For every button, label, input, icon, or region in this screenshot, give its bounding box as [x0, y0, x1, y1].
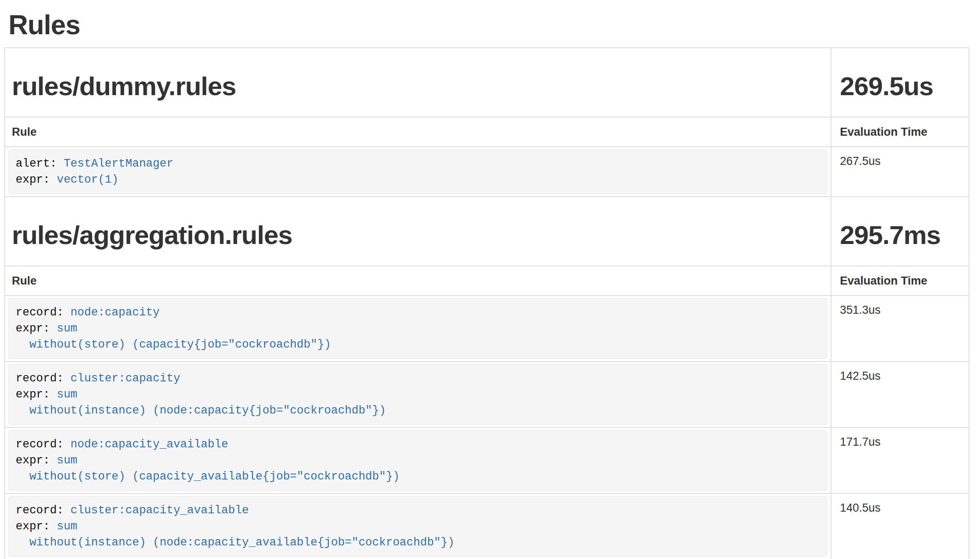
- rule-cell: record:cluster:capacity expr:sum without…: [5, 362, 831, 427]
- rule-expr-link[interactable]: sum without(store) (capacity{job="cockro…: [16, 322, 331, 351]
- rule-cell: alert:TestAlertManager expr:vector(1): [5, 147, 831, 197]
- rule-definition: alert:TestAlertManager expr:vector(1): [8, 149, 827, 194]
- evaluation-time-value: 267.5us: [831, 147, 969, 197]
- rule-definition: record:cluster:capacity_available expr:s…: [8, 496, 827, 557]
- rule-group-file-cell: rules/dummy.rules: [5, 48, 831, 117]
- rules-table: rules/dummy.rules 269.5us Rule Evaluatio…: [4, 47, 969, 559]
- columns-header-row: Rule Evaluation Time: [5, 117, 969, 147]
- column-header-evaluation-time: Evaluation Time: [831, 117, 969, 147]
- expr-keyword-label: expr:: [16, 388, 50, 401]
- rule-group-total-time-cell: 295.7ms: [831, 197, 969, 266]
- column-header-rule: Rule: [5, 266, 831, 296]
- rule-row: record:cluster:capacity expr:sum without…: [5, 362, 969, 427]
- rule-keyword-label: record:: [16, 372, 63, 385]
- rule-group-total-time-cell: 269.5us: [831, 48, 969, 117]
- rule-expr-link[interactable]: sum without(instance) (node:capacity{job…: [16, 388, 386, 417]
- rule-keyword-label: record:: [16, 306, 63, 319]
- rule-row: record:cluster:capacity_available expr:s…: [5, 493, 969, 559]
- evaluation-time-value: 171.7us: [831, 427, 969, 493]
- rule-group-file: rules/dummy.rules: [12, 72, 824, 101]
- rule-definition: record:cluster:capacity expr:sum without…: [8, 364, 827, 425]
- rule-expr-link[interactable]: vector(1): [57, 173, 118, 186]
- column-header-rule: Rule: [5, 117, 831, 147]
- rule-group-header-row: rules/aggregation.rules 295.7ms: [5, 197, 969, 266]
- rule-row: alert:TestAlertManager expr:vector(1) 26…: [5, 147, 969, 197]
- rule-expr-link[interactable]: sum without(instance) (node:capacity_ava…: [16, 520, 454, 549]
- rule-row: record:node:capacity expr:sum without(st…: [5, 296, 969, 362]
- evaluation-time-value: 142.5us: [831, 362, 969, 427]
- rule-name-link[interactable]: cluster:capacity_available: [71, 504, 249, 517]
- rule-expr-link[interactable]: sum without(store) (capacity_available{j…: [16, 454, 399, 483]
- rule-definition: record:node:capacity expr:sum without(st…: [8, 298, 827, 359]
- columns-header-row: Rule Evaluation Time: [5, 266, 969, 296]
- rule-row: record:node:capacity_available expr:sum …: [5, 427, 969, 493]
- evaluation-time-value: 351.3us: [831, 296, 969, 362]
- rule-keyword-label: alert:: [16, 157, 57, 170]
- rule-definition: record:node:capacity_available expr:sum …: [8, 430, 827, 491]
- rule-group-file: rules/aggregation.rules: [12, 221, 824, 249]
- expr-keyword-label: expr:: [16, 520, 50, 533]
- rule-cell: record:node:capacity expr:sum without(st…: [5, 296, 831, 362]
- rule-cell: record:node:capacity_available expr:sum …: [5, 427, 831, 493]
- expr-keyword-label: expr:: [16, 173, 50, 186]
- expr-keyword-label: expr:: [16, 454, 50, 467]
- rule-name-link[interactable]: node:capacity: [71, 306, 160, 319]
- rule-keyword-label: record:: [16, 438, 63, 451]
- page-title: Rules: [8, 10, 980, 40]
- rule-group-total-time: 295.7ms: [840, 221, 962, 249]
- rule-group-header-row: rules/dummy.rules 269.5us: [5, 48, 969, 117]
- rule-group-total-time: 269.5us: [840, 72, 962, 101]
- rule-cell: record:cluster:capacity_available expr:s…: [5, 493, 831, 559]
- rule-name-link[interactable]: TestAlertManager: [63, 157, 173, 170]
- rule-name-link[interactable]: node:capacity_available: [71, 438, 228, 451]
- evaluation-time-value: 140.5us: [831, 493, 969, 559]
- rule-group-file-cell: rules/aggregation.rules: [5, 197, 831, 266]
- rule-name-link[interactable]: cluster:capacity: [71, 372, 180, 385]
- expr-keyword-label: expr:: [16, 322, 50, 335]
- column-header-evaluation-time: Evaluation Time: [831, 266, 969, 296]
- rule-keyword-label: record:: [16, 504, 63, 517]
